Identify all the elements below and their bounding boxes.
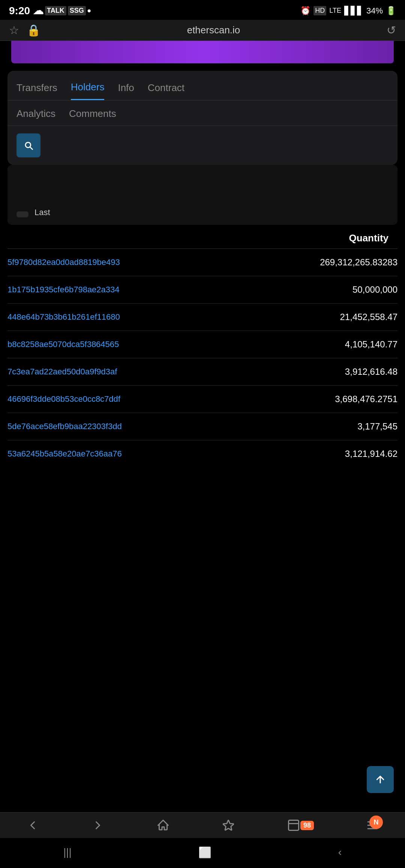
address-cell[interactable]: 5de76ace58efb9baa22303f3dd <box>8 422 300 431</box>
table-row: 53a6245b5a58e20ae7c36aa76 3,121,914.62 <box>8 440 398 467</box>
table-row: b8c8258ae5070dca5f3864565 4,105,140.77 <box>8 331 398 358</box>
quantity-cell: 3,912,616.48 <box>300 367 398 377</box>
main-card: Transfers Holders Info Contract Analytic… <box>8 71 398 165</box>
refresh-icon[interactable]: ↺ <box>387 24 396 37</box>
status-right: ⏰ HD LTE ▋▋▋ 34% 🔋 <box>300 6 396 16</box>
status-icons: ☁ TALK SSG • <box>33 4 91 17</box>
dot-icon: • <box>87 5 91 17</box>
browser-url[interactable]: etherscan.io <box>40 24 387 36</box>
cloud-icon: ☁ <box>33 4 44 17</box>
android-nav: ||| ⬜ ‹ <box>0 838 405 868</box>
bookmark-icon[interactable]: ☆ <box>9 24 19 37</box>
svg-rect-0 <box>288 820 298 831</box>
lte-badge: LTE <box>329 7 341 15</box>
table-header: Quantity <box>8 225 398 249</box>
quantity-cell: 3,698,476.2751 <box>300 394 398 404</box>
column-quantity-header: Quantity <box>349 232 388 244</box>
nav-home-button[interactable] <box>156 819 170 832</box>
search-icon <box>23 140 34 151</box>
table-row: 448e64b73b3b61b261ef11680 21,452,558.47 <box>8 304 398 331</box>
pagination-area: Last <box>8 165 398 225</box>
table-container: Quantity 5f9780d82ea0d0ad8819be493 269,3… <box>8 225 398 467</box>
quantity-cell: 50,000,000 <box>300 284 398 295</box>
talk-icon: TALK <box>45 6 66 15</box>
arrow-up-icon <box>375 774 386 785</box>
table-row: 5de76ace58efb9baa22303f3dd 3,177,545 <box>8 413 398 440</box>
search-button[interactable] <box>16 133 40 157</box>
table-row: 7c3ea7ad22aed50d0a9f9d3af 3,912,616.48 <box>8 358 398 386</box>
tabs-row1: Transfers Holders Info Contract <box>8 71 398 100</box>
tab-analytics[interactable]: Analytics <box>16 108 56 126</box>
tab-comments[interactable]: Comments <box>69 108 116 126</box>
status-time: 9:20 <box>9 5 30 17</box>
tab-count-badge: 98 <box>300 821 314 830</box>
scroll-up-button[interactable] <box>367 766 394 793</box>
bottom-nav: 98 N <box>0 812 405 838</box>
nav-bookmarks-button[interactable] <box>222 819 235 832</box>
nav-tabs-button[interactable]: 98 <box>287 819 314 832</box>
tab-transfers[interactable]: Transfers <box>16 82 57 100</box>
pagination-box[interactable] <box>16 211 28 217</box>
lock-icon: 🔒 <box>27 24 40 37</box>
table-row: 5f9780d82ea0d0ad8819be493 269,312,265.83… <box>8 249 398 276</box>
quantity-cell: 3,121,914.62 <box>300 449 398 459</box>
android-recents-icon[interactable]: ‹ <box>338 846 342 858</box>
search-btn-area <box>8 126 398 165</box>
address-cell[interactable]: 1b175b1935cfe6b798ae2a334 <box>8 285 300 295</box>
tab-info[interactable]: Info <box>118 82 134 100</box>
alarm-icon: ⏰ <box>300 6 310 16</box>
quantity-cell: 4,105,140.77 <box>300 339 398 350</box>
nav-menu-button[interactable]: N <box>366 819 379 832</box>
address-cell[interactable]: b8c8258ae5070dca5f3864565 <box>8 340 300 349</box>
nav-forward-button[interactable] <box>91 819 105 832</box>
quantity-cell: 269,312,265.83283 <box>300 257 398 268</box>
notification-badge: N <box>369 816 383 829</box>
ssg-icon: SSG <box>68 6 86 15</box>
android-back-icon[interactable]: ||| <box>63 846 72 858</box>
tab-holders[interactable]: Holders <box>71 81 105 100</box>
status-bar: 9:20 ☁ TALK SSG • ⏰ HD LTE ▋▋▋ 34% 🔋 <box>0 0 405 20</box>
nav-back-button[interactable] <box>26 819 39 832</box>
browser-left-icons: ☆ 🔒 <box>9 24 40 37</box>
hd-badge: HD <box>314 6 326 15</box>
tab-contract[interactable]: Contract <box>148 82 184 100</box>
address-cell[interactable]: 53a6245b5a58e20ae7c36aa76 <box>8 449 300 459</box>
quantity-cell: 21,452,558.47 <box>300 312 398 322</box>
quantity-cell: 3,177,545 <box>300 421 398 432</box>
address-cell[interactable]: 5f9780d82ea0d0ad8819be493 <box>8 257 300 267</box>
address-cell[interactable]: 448e64b73b3b61b261ef11680 <box>8 312 300 322</box>
table-row: 1b175b1935cfe6b798ae2a334 50,000,000 <box>8 276 398 304</box>
address-cell[interactable]: 7c3ea7ad22aed50d0a9f9d3af <box>8 367 300 377</box>
browser-bar: ☆ 🔒 etherscan.io ↺ <box>0 20 405 41</box>
tabs-row2: Analytics Comments <box>8 100 398 126</box>
table-row: 46696f3dde08b53ce0cc8c7ddf 3,698,476.275… <box>8 386 398 413</box>
purple-banner <box>11 41 394 63</box>
address-cell[interactable]: 46696f3dde08b53ce0cc8c7ddf <box>8 394 300 404</box>
battery-percent: 34% <box>366 6 383 16</box>
battery-icon: 🔋 <box>386 6 396 16</box>
signal-icon: ▋▋▋ <box>344 6 363 16</box>
pagination-last[interactable]: Last <box>34 208 50 217</box>
android-home-icon[interactable]: ⬜ <box>198 846 212 859</box>
